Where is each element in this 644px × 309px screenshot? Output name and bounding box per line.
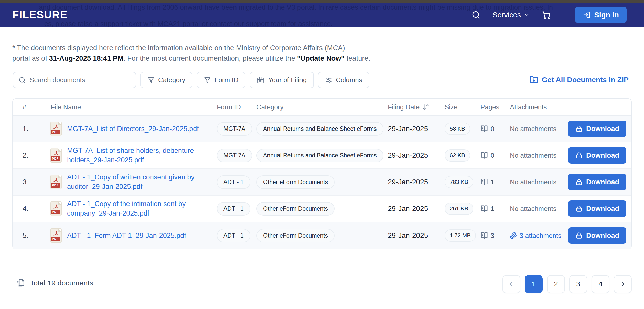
book-open-icon bbox=[480, 152, 488, 159]
book-open-icon bbox=[480, 205, 488, 212]
download-button[interactable]: Download bbox=[568, 121, 626, 137]
size-badge: 261 KB bbox=[445, 203, 473, 215]
category-badge: Other eForm Documents bbox=[256, 202, 335, 216]
attachments-cell: No attachments bbox=[510, 205, 568, 213]
lock-icon bbox=[575, 125, 583, 132]
file-name-link[interactable]: ADT - 1_Copy of the intimation sent by c… bbox=[67, 199, 214, 218]
attachments-cell: No attachments bbox=[510, 125, 568, 133]
attachments-cell: No attachments bbox=[510, 178, 568, 186]
download-button[interactable]: Download bbox=[568, 227, 626, 244]
category-badge: Other eForm Documents bbox=[256, 229, 335, 242]
filing-date: 29-Jan-2025 bbox=[388, 151, 445, 159]
filing-date: 29-Jan-2025 bbox=[388, 231, 445, 240]
services-menu[interactable]: Services bbox=[492, 11, 530, 19]
pages-cell: 3 bbox=[480, 232, 510, 240]
lock-icon bbox=[575, 152, 583, 159]
paperclip-icon bbox=[510, 232, 517, 239]
pages-cell: 0 bbox=[480, 152, 510, 159]
total-documents-label: Total 19 documents bbox=[17, 279, 93, 287]
data-timestamp: 31-Aug-2025 18:41 PM bbox=[49, 54, 123, 62]
table-row: 2. PDF MGT-7A_List of share holders, deb… bbox=[13, 142, 631, 169]
sort-icon[interactable] bbox=[422, 103, 429, 111]
table-row: 3. PDF ADT - 1_Copy of written consent g… bbox=[13, 169, 631, 196]
form-id-badge: MGT-7A bbox=[217, 149, 252, 162]
row-number: 3. bbox=[13, 178, 38, 186]
file-name-link[interactable]: MGT-7A_List of share holders, debenture … bbox=[67, 146, 214, 165]
search-icon bbox=[18, 76, 26, 84]
col-header-pages: Pages bbox=[480, 103, 510, 111]
col-header-size: Size bbox=[445, 103, 480, 111]
form-id-badge: ADT - 1 bbox=[217, 202, 250, 216]
pdf-file-icon: PDF bbox=[51, 148, 61, 162]
browser-top-strip bbox=[0, 0, 644, 3]
search-documents-input-wrap bbox=[13, 72, 136, 88]
calendar-icon bbox=[257, 76, 264, 84]
page-button-2[interactable]: 2 bbox=[547, 275, 565, 293]
filesure-logo[interactable]: FILESURE bbox=[12, 9, 68, 21]
pdf-file-icon: PDF bbox=[51, 229, 61, 242]
table-header-row: # File Name Form ID Category Filing Date… bbox=[13, 99, 631, 116]
sign-in-button[interactable]: Sign In bbox=[575, 7, 627, 23]
page-button-3[interactable]: 3 bbox=[569, 275, 587, 293]
lock-icon bbox=[575, 205, 583, 212]
filter-toolbar: Category Form ID Year of Filing Columns bbox=[13, 72, 369, 88]
pdf-file-icon: PDF bbox=[51, 122, 61, 136]
prev-page-button[interactable] bbox=[502, 275, 520, 293]
navbar: and document download. All filings from … bbox=[0, 3, 644, 27]
pdf-file-icon: PDF bbox=[51, 175, 61, 189]
pagination: 1 2 3 4 bbox=[502, 275, 632, 293]
category-badge: Annual Returns and Balance Sheet eForms bbox=[256, 149, 383, 162]
folder-zip-icon bbox=[530, 75, 538, 84]
size-badge: 1.72 MB bbox=[445, 229, 476, 242]
year-of-filing-filter-button[interactable]: Year of Filing bbox=[250, 72, 314, 88]
pages-cell: 0 bbox=[480, 125, 510, 133]
file-name-link[interactable]: MGT-7A_List of Directors_29-Jan-2025.pdf bbox=[67, 124, 199, 134]
chevron-left-icon bbox=[508, 281, 515, 288]
attachments-link[interactable]: 3 attachments bbox=[510, 232, 568, 240]
next-page-button[interactable] bbox=[614, 275, 632, 293]
lock-icon bbox=[575, 178, 583, 186]
documents-table: # File Name Form ID Category Filing Date… bbox=[12, 98, 632, 249]
filing-date: 29-Jan-2025 bbox=[388, 125, 445, 133]
form-id-filter-button[interactable]: Form ID bbox=[197, 72, 246, 88]
download-button[interactable]: Download bbox=[568, 147, 626, 164]
search-documents-input[interactable] bbox=[30, 76, 131, 84]
size-badge: 62 KB bbox=[445, 149, 470, 162]
cart-icon[interactable] bbox=[541, 10, 551, 20]
category-filter-button[interactable]: Category bbox=[140, 72, 192, 88]
book-open-icon bbox=[480, 125, 488, 133]
get-all-documents-zip-link[interactable]: Get All Documents in ZIP bbox=[530, 75, 629, 84]
category-badge: Other eForm Documents bbox=[256, 175, 335, 189]
filing-date: 29-Jan-2025 bbox=[388, 205, 445, 213]
col-header-filing-date[interactable]: Filing Date bbox=[388, 103, 445, 111]
size-badge: 58 KB bbox=[445, 123, 470, 135]
search-icon[interactable] bbox=[471, 10, 481, 19]
category-badge: Annual Returns and Balance Sheet eForms bbox=[256, 122, 383, 136]
row-number: 5. bbox=[13, 231, 38, 240]
table-row: 5. PDF ADT - 1_Form ADT-1_29-Jan-2025.pd… bbox=[13, 222, 631, 249]
update-now-emphasis: "Update Now" bbox=[297, 54, 345, 62]
table-row: 1. PDF MGT-7A_List of Directors_29-Jan-2… bbox=[13, 116, 631, 142]
download-button[interactable]: Download bbox=[568, 200, 626, 217]
row-number: 1. bbox=[13, 125, 38, 133]
download-button[interactable]: Download bbox=[568, 174, 626, 190]
size-badge: 783 KB bbox=[445, 176, 473, 188]
file-name-link[interactable]: ADT - 1_Form ADT-1_29-Jan-2025.pdf bbox=[67, 231, 186, 240]
filing-date: 29-Jan-2025 bbox=[388, 178, 445, 186]
form-id-badge: ADT - 1 bbox=[217, 229, 250, 242]
book-open-icon bbox=[480, 232, 488, 239]
col-header-attachments: Attachments bbox=[510, 103, 568, 111]
attachments-cell: No attachments bbox=[510, 152, 568, 159]
pdf-file-icon: PDF bbox=[51, 202, 61, 216]
nav-divider bbox=[563, 9, 563, 21]
col-header-form-id: Form ID bbox=[217, 103, 256, 111]
pages-cell: 1 bbox=[480, 205, 510, 213]
page-button-4[interactable]: 4 bbox=[592, 275, 609, 293]
columns-button[interactable]: Columns bbox=[318, 72, 369, 88]
log-in-icon bbox=[583, 11, 591, 19]
file-name-link[interactable]: ADT - 1_Copy of written consent given by… bbox=[67, 173, 214, 191]
sliders-icon bbox=[325, 77, 332, 84]
form-id-badge: ADT - 1 bbox=[217, 175, 250, 189]
copy-documents-icon bbox=[17, 279, 25, 287]
page-button-1[interactable]: 1 bbox=[525, 275, 543, 293]
